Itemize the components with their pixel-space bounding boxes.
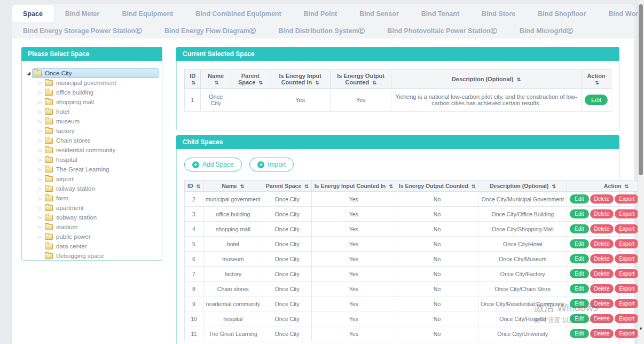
export-button[interactable]: Export (615, 269, 639, 278)
tab-bind-store[interactable]: Bind Store (470, 5, 527, 22)
edit-button[interactable]: Edit (570, 329, 588, 338)
add-space-button[interactable]: + Add Space (184, 158, 242, 171)
tab-bind-tenant[interactable]: Bind Tenant (410, 5, 470, 22)
tab-bind-shopfloor[interactable]: Bind Shopfloor (527, 5, 597, 22)
expander-closed-icon[interactable]: ▷ (37, 167, 44, 172)
col-header-description[interactable]: Description (Optional) ⇅ (478, 181, 567, 192)
edit-button[interactable]: Edit (570, 299, 588, 308)
expander-closed-icon[interactable]: ▷ (37, 196, 44, 201)
tab-bind-meter[interactable]: Bind Meter (54, 5, 111, 22)
export-button[interactable]: Export (615, 194, 639, 204)
delete-button[interactable]: Delete (590, 239, 614, 248)
tree-selected-row[interactable]: Once City (32, 68, 159, 78)
import-button[interactable]: + Import (249, 158, 294, 171)
export-button[interactable]: Export (615, 239, 639, 248)
export-button[interactable]: Export (615, 314, 639, 323)
col-header-action[interactable]: Action ⇅ (567, 181, 644, 192)
col-header-name[interactable]: Name ⇅ (203, 181, 263, 192)
delete-button[interactable]: Delete (590, 224, 614, 233)
tree-item-stadium[interactable]: ▷ stadium (37, 222, 159, 232)
tree-item-hotel[interactable]: ▷ hotel (37, 107, 159, 116)
tree-item-apartment[interactable]: ▷ apartment (37, 203, 159, 213)
tree-item-chain-stores[interactable]: ▷ Chain stores (37, 136, 159, 145)
col-header-energy-input[interactable]: Is Energy Input Counted In ⇅ (311, 181, 396, 192)
tab-bind-working-calendar[interactable]: Bind Working Calendar (598, 5, 644, 22)
expander-closed-icon[interactable]: ▷ (37, 186, 44, 191)
delete-button[interactable]: Delete (590, 329, 614, 338)
expander-closed-icon[interactable]: ▷ (37, 81, 44, 85)
edit-button[interactable]: Edit (570, 194, 588, 204)
tree-item-once-city[interactable]: ◢ Once City (25, 68, 159, 78)
tree-item-subway-station[interactable]: ▷ subway station (37, 213, 159, 222)
tree-item-public-power[interactable]: ▷ public power (37, 232, 159, 241)
tab-bind-distribution-system[interactable]: Bind Distribution SystemⒺ (268, 23, 376, 40)
expander-closed-icon[interactable]: ▷ (37, 215, 44, 220)
export-button[interactable]: Export (615, 254, 639, 263)
tree-item-museum[interactable]: ▷ museum (37, 116, 159, 126)
tab-bind-photovoltaic-power-station[interactable]: Bind Photovoltaic Power StationⒺ (376, 23, 508, 40)
expander-closed-icon[interactable]: ▷ (37, 138, 44, 143)
export-button[interactable]: Export (615, 209, 639, 218)
col-header-parent-space[interactable]: Parent Space ⇅ (231, 70, 270, 89)
expander-closed-icon[interactable]: ▷ (37, 100, 44, 105)
expander-closed-icon[interactable]: ▷ (37, 129, 44, 134)
tree-item-data-center[interactable]: data center (37, 241, 159, 251)
delete-button[interactable]: Delete (590, 314, 614, 323)
col-header-id[interactable]: ID ⇅ (185, 70, 201, 89)
expander-open-icon[interactable]: ◢ (25, 71, 32, 76)
col-header-energy-output[interactable]: Is Energy Output Counted ⇅ (331, 70, 391, 89)
col-header-action[interactable]: Action ⇅ (582, 70, 611, 89)
expander-closed-icon[interactable]: ▷ (37, 206, 44, 210)
expander-closed-icon[interactable]: ▷ (37, 234, 44, 239)
tab-bind-combined-equipment[interactable]: Bind Combined Equipment (184, 5, 292, 22)
edit-button[interactable]: Edit (585, 95, 608, 105)
tab-bind-energy-storage-power-station[interactable]: Bind Energy Storage Power StationⒺ (12, 23, 153, 40)
expander-closed-icon[interactable]: ▷ (37, 225, 44, 230)
expander-closed-icon[interactable]: ▷ (37, 148, 44, 153)
export-button[interactable]: Export (615, 329, 639, 338)
tree-item-the-great-learning[interactable]: ▷ The Great Learning (37, 165, 159, 174)
expander-closed-icon[interactable]: ▷ (37, 177, 44, 182)
delete-button[interactable]: Delete (590, 269, 614, 278)
delete-button[interactable]: Delete (590, 299, 614, 308)
tree-item-railway-station[interactable]: ▷ railway station (37, 184, 159, 193)
expander-closed-icon[interactable]: ▷ (37, 119, 44, 124)
edit-button[interactable]: Edit (570, 254, 588, 263)
tab-bind-energy-flow-diagram[interactable]: Bind Energy Flow DiagramⒺ (153, 23, 268, 40)
tree-item-office-building[interactable]: ▷ office building (37, 88, 159, 97)
tab-bind-point[interactable]: Bind Point (293, 5, 349, 22)
edit-button[interactable]: Edit (570, 269, 588, 278)
export-button[interactable]: Export (615, 284, 639, 293)
tree-item-shopping-mall[interactable]: ▷ shopping mall (37, 97, 159, 107)
export-button[interactable]: Export (615, 299, 639, 308)
edit-button[interactable]: Edit (570, 314, 588, 323)
tree-item-residential-community[interactable]: ▷ residential community (37, 145, 159, 155)
tab-bind-equipment[interactable]: Bind Equipment (111, 5, 184, 22)
col-header-id[interactable]: ID ⇅ (185, 181, 203, 192)
tree-item-hospital[interactable]: ▷ hospital (37, 155, 159, 165)
expander-closed-icon[interactable]: ▷ (37, 110, 44, 114)
col-header-description[interactable]: Description (Optional) ⇅ (391, 70, 581, 89)
delete-button[interactable]: Delete (590, 254, 614, 263)
col-header-energy-input[interactable]: Is Energy Input Counted In ⇅ (270, 70, 331, 89)
tree-item-debugging-space[interactable]: Debugging space (37, 251, 159, 261)
scrollbar-track[interactable]: ▾ (638, 0, 644, 344)
tree-item-airport[interactable]: ▷ airport (37, 174, 159, 184)
expander-closed-icon[interactable]: ▷ (37, 158, 44, 162)
col-header-parent-space[interactable]: Parent Space ⇅ (263, 181, 311, 192)
col-header-name[interactable]: Name ⇅ (201, 70, 231, 89)
edit-button[interactable]: Edit (570, 224, 588, 233)
tab-space[interactable]: Space (12, 5, 54, 22)
delete-button[interactable]: Delete (590, 194, 614, 204)
edit-button[interactable]: Edit (570, 284, 588, 293)
expander-closed-icon[interactable]: ▷ (37, 90, 44, 95)
scrollbar-thumb[interactable] (639, 4, 643, 175)
edit-button[interactable]: Edit (570, 239, 588, 248)
tab-bind-sensor[interactable]: Bind Sensor (348, 5, 410, 22)
tree-item-farm[interactable]: ▷ farm (37, 193, 159, 203)
tree-item-municipal-government[interactable]: ▷ municipal government (37, 78, 159, 88)
edit-button[interactable]: Edit (570, 209, 588, 218)
delete-button[interactable]: Delete (590, 209, 614, 218)
export-button[interactable]: Export (615, 224, 639, 233)
scroll-down-icon[interactable]: ▾ (638, 326, 643, 331)
